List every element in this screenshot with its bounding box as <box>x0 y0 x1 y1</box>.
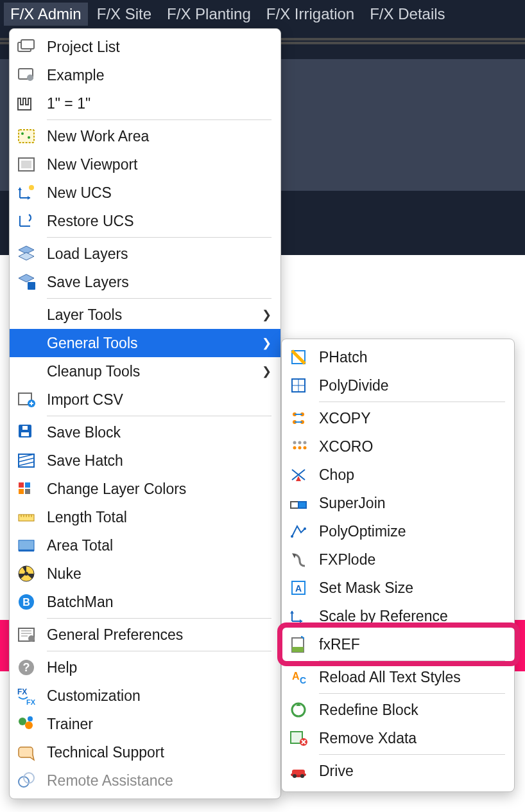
menu-icon-slot <box>16 742 40 763</box>
area-total-icon <box>16 535 37 556</box>
menu-item-label: BatchMan <box>40 594 271 611</box>
menu-item[interactable]: Reload All Text Styles <box>282 663 514 691</box>
menu-item[interactable]: fxREF <box>282 630 514 658</box>
menu-icon-slot <box>16 535 40 556</box>
menu-item[interactable]: Technical Support <box>10 738 280 766</box>
save-block-icon <box>16 422 37 443</box>
menu-item[interactable]: Change Layer Colors <box>10 475 280 503</box>
menu-item-label: Save Hatch <box>40 452 271 470</box>
menu-item-label: PolyOptimize <box>313 523 505 540</box>
menubar-item[interactable]: F/X Details <box>363 3 451 26</box>
menu-icon-slot <box>16 685 40 706</box>
menu-item-label: Remove Xdata <box>313 730 505 747</box>
general-tools-submenu: PHatchPolyDivideXCOPYXCOROChopSuperJoinP… <box>281 339 515 792</box>
redefine-icon <box>288 700 309 720</box>
menubar-item[interactable]: F/X Site <box>90 3 158 26</box>
menu-item-label: Project List <box>40 39 271 56</box>
menu-item-label: Area Total <box>40 537 271 554</box>
menu-item[interactable]: Nuke <box>10 560 280 588</box>
example-icon <box>16 65 37 85</box>
menu-item[interactable]: Customization <box>10 682 280 710</box>
menu-icon-slot <box>16 93 40 114</box>
menu-item[interactable]: PolyDivide <box>282 371 514 400</box>
menu-item[interactable]: New Work Area <box>10 122 280 150</box>
menu-item[interactable]: Scale by Reference <box>282 602 514 630</box>
viewport-icon <box>16 154 37 175</box>
submenu-arrow-icon: ❯ <box>262 364 271 378</box>
menu-icon-slot <box>16 272 40 292</box>
menu-item[interactable]: XCORO <box>282 432 514 461</box>
menu-item[interactable]: PHatch <box>282 343 514 371</box>
menu-icon-slot <box>16 657 40 678</box>
menu-icon-slot <box>288 761 313 781</box>
menu-item[interactable]: Set Mask Size <box>282 574 514 602</box>
menu-item[interactable]: Project List <box>10 33 280 61</box>
menu-item[interactable]: Redefine Block <box>282 696 514 724</box>
menu-item[interactable]: Remote Assistance <box>10 766 280 795</box>
polydivide-icon <box>288 375 309 396</box>
separator <box>47 416 271 416</box>
menu-item[interactable]: SuperJoin <box>282 489 514 517</box>
menu-item[interactable]: PolyOptimize <box>282 517 514 545</box>
ucs-new-icon <box>16 182 37 203</box>
menu-item-label: PolyDivide <box>313 377 505 394</box>
menu-item-label: Restore UCS <box>40 213 271 230</box>
menu-item[interactable]: Help <box>10 653 280 682</box>
menu-item-label: SuperJoin <box>313 495 505 512</box>
menu-item[interactable]: General Preferences <box>10 621 280 649</box>
load-layers-icon <box>16 243 37 264</box>
menu-item[interactable]: Trainer <box>10 710 280 738</box>
menu-item[interactable]: Restore UCS <box>10 207 280 235</box>
menu-item[interactable]: BatchMan <box>10 588 280 616</box>
help-icon <box>16 657 37 678</box>
work-area-icon <box>16 126 37 146</box>
menu-icon-slot <box>288 667 313 687</box>
menu-item[interactable]: Length Total <box>10 503 280 531</box>
separator <box>47 237 271 238</box>
menubar: F/X AdminF/X SiteF/X PlantingF/X Irrigat… <box>0 0 525 28</box>
menu-item-label: XCOPY <box>313 410 505 427</box>
menu-icon-slot <box>16 126 40 146</box>
menubar-item[interactable]: F/X Planting <box>160 3 257 26</box>
menu-item[interactable]: Example <box>10 61 280 89</box>
menu-item[interactable]: Save Layers <box>10 268 280 296</box>
menu-icon-slot <box>16 450 40 471</box>
menu-item[interactable]: Chop <box>282 461 514 489</box>
menu-item[interactable]: Drive <box>282 757 514 785</box>
menu-icon-slot <box>16 37 40 57</box>
remove-xdata-icon <box>288 728 309 748</box>
menu-icon-slot <box>16 65 40 85</box>
superjoin-icon <box>288 493 309 513</box>
menu-item[interactable]: Save Hatch <box>10 446 280 475</box>
separator <box>47 298 271 299</box>
menu-item[interactable]: Area Total <box>10 531 280 560</box>
menu-item[interactable]: New Viewport <box>10 150 280 179</box>
menu-item[interactable]: Remove Xdata <box>282 724 514 752</box>
separator <box>319 693 505 694</box>
trainer-icon <box>16 714 37 734</box>
menu-item-label: Scale by Reference <box>313 608 505 625</box>
menu-item[interactable]: New UCS <box>10 179 280 207</box>
menu-item[interactable]: Cleanup Tools❯ <box>10 357 280 385</box>
menu-item[interactable]: Import CSV <box>10 385 280 414</box>
menubar-item[interactable]: F/X Irrigation <box>260 3 361 26</box>
menu-icon-slot <box>16 507 40 527</box>
menu-item[interactable]: General Tools❯ <box>10 329 280 357</box>
menu-icon-slot <box>288 578 313 598</box>
menu-item-label: Chop <box>313 466 505 484</box>
menu-item[interactable]: Load Layers <box>10 240 280 268</box>
menu-item[interactable]: FXPlode <box>282 545 514 574</box>
menu-item-label: fxREF <box>313 636 505 653</box>
menu-icon-slot <box>288 521 313 542</box>
length-total-icon <box>16 507 37 527</box>
separator <box>319 754 505 755</box>
menu-item[interactable]: Layer Tools❯ <box>10 301 280 329</box>
batchman-icon <box>16 592 37 612</box>
menu-item-label: Customization <box>40 687 271 705</box>
menu-item[interactable]: Save Block <box>10 418 280 446</box>
menu-icon-slot <box>16 182 40 203</box>
fx-admin-dropdown: Project ListExample1" = 1"New Work AreaN… <box>9 28 281 799</box>
menu-item[interactable]: XCOPY <box>282 404 514 432</box>
menubar-item[interactable]: F/X Admin <box>4 3 88 26</box>
menu-item[interactable]: 1" = 1" <box>10 89 280 118</box>
